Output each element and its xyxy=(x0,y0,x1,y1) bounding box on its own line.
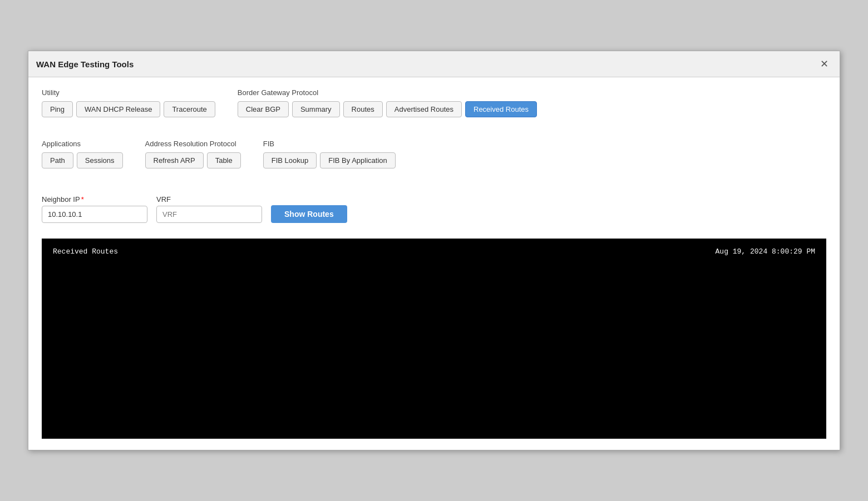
arp-btn-group: Refresh ARP Table xyxy=(145,152,241,168)
top-sections: Utility Ping WAN DHCP Release Traceroute… xyxy=(42,88,826,128)
close-button[interactable]: ✕ xyxy=(817,57,832,71)
fib-label: FIB xyxy=(263,140,396,148)
arp-label: Address Resolution Protocol xyxy=(145,140,241,148)
advertised-routes-button[interactable]: Advertised Routes xyxy=(386,101,462,117)
vrf-input[interactable] xyxy=(156,206,262,223)
path-button[interactable]: Path xyxy=(42,152,73,168)
neighbor-ip-label: Neighbor IP* xyxy=(42,195,147,204)
clear-bgp-button[interactable]: Clear BGP xyxy=(238,101,289,117)
close-icon: ✕ xyxy=(820,58,828,70)
fib-by-application-button[interactable]: FIB By Application xyxy=(320,152,396,168)
fib-section: FIB FIB Lookup FIB By Application xyxy=(263,140,396,168)
bgp-btn-group: Clear BGP Summary Routes Advertised Rout… xyxy=(238,101,537,117)
middle-sections: Applications Path Sessions Address Resol… xyxy=(42,140,826,180)
terminal-title: Received Routes xyxy=(53,247,118,256)
terminal-header: Received Routes Aug 19, 2024 8:00:29 PM xyxy=(53,247,815,256)
arp-section: Address Resolution Protocol Refresh ARP … xyxy=(145,140,241,168)
applications-btn-group: Path Sessions xyxy=(42,152,123,168)
refresh-arp-button[interactable]: Refresh ARP xyxy=(145,152,204,168)
show-routes-button[interactable]: Show Routes xyxy=(271,205,347,223)
bgp-section: Border Gateway Protocol Clear BGP Summar… xyxy=(238,88,537,117)
utility-btn-group: Ping WAN DHCP Release Traceroute xyxy=(42,101,215,117)
terminal-timestamp: Aug 19, 2024 8:00:29 PM xyxy=(716,247,815,256)
utility-label: Utility xyxy=(42,88,215,97)
form-row: Neighbor IP* VRF Show Routes xyxy=(42,195,826,223)
terminal-output: Received Routes Aug 19, 2024 8:00:29 PM xyxy=(42,239,826,439)
applications-label: Applications xyxy=(42,140,123,148)
summary-button[interactable]: Summary xyxy=(292,101,340,117)
title-bar: WAN Edge Testing Tools ✕ xyxy=(28,51,840,77)
vrf-field: VRF xyxy=(156,195,262,223)
bgp-label: Border Gateway Protocol xyxy=(238,88,537,97)
fib-btn-group: FIB Lookup FIB By Application xyxy=(263,152,396,168)
sessions-button[interactable]: Sessions xyxy=(77,152,123,168)
traceroute-button[interactable]: Traceroute xyxy=(164,101,215,117)
content-area: Utility Ping WAN DHCP Release Traceroute… xyxy=(28,77,840,450)
table-button[interactable]: Table xyxy=(207,152,241,168)
applications-section: Applications Path Sessions xyxy=(42,140,123,168)
required-star: * xyxy=(81,195,84,204)
wan-dhcp-release-button[interactable]: WAN DHCP Release xyxy=(76,101,160,117)
fib-lookup-button[interactable]: FIB Lookup xyxy=(263,152,317,168)
utility-section: Utility Ping WAN DHCP Release Traceroute xyxy=(42,88,215,117)
ping-button[interactable]: Ping xyxy=(42,101,73,117)
received-routes-button[interactable]: Received Routes xyxy=(465,101,537,117)
window-title: WAN Edge Testing Tools xyxy=(36,59,134,69)
routes-button[interactable]: Routes xyxy=(343,101,383,117)
vrf-label: VRF xyxy=(156,195,262,204)
neighbor-ip-field: Neighbor IP* xyxy=(42,195,147,223)
neighbor-ip-input[interactable] xyxy=(42,206,147,223)
main-window: WAN Edge Testing Tools ✕ Utility Ping WA… xyxy=(28,51,840,450)
